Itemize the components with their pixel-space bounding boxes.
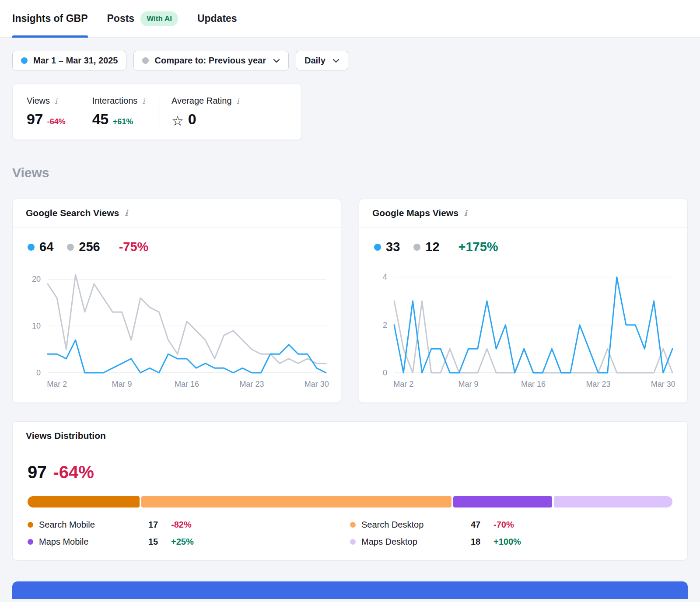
interactions-metric-label: Interactions — [92, 96, 137, 106]
previous-total: 256 — [79, 240, 100, 254]
chart-svg — [48, 270, 326, 373]
x-axis-label: Mar 16 — [521, 380, 546, 389]
legend-change: +100% — [494, 537, 521, 547]
chart-legend: 33 12 +175% — [374, 240, 672, 254]
y-axis-label: 0 — [383, 368, 387, 378]
chart-change: -75% — [119, 240, 149, 254]
google-maps-views-card: Google Maps Views 33 12 +175% 024 Mar 2M… — [359, 199, 688, 403]
distribution-legend-item: Search Desktop47-70% — [350, 520, 672, 530]
line-chart: 024 Mar 2Mar 9Mar 16Mar 23Mar 30 — [374, 270, 672, 389]
views-metric: Views 97 -64% — [13, 96, 79, 128]
bar-segment-maps-desktop — [554, 496, 672, 508]
tab-posts-label: Posts — [107, 13, 135, 24]
x-axis-label: Mar 9 — [458, 380, 479, 389]
previous-total: 12 — [425, 240, 439, 254]
legend-label: Maps Desktop — [361, 537, 471, 547]
date-range-label: Mar 1 – Mar 31, 2025 — [33, 56, 118, 66]
tab-updates[interactable]: Updates — [197, 0, 237, 37]
legend-dot-icon — [28, 539, 33, 545]
average-rating-value: 0 — [188, 111, 196, 128]
views-distribution-title: Views Distribution — [26, 430, 106, 441]
views-metric-label: Views — [27, 96, 50, 106]
distribution-legend-item: Maps Desktop18+100% — [350, 537, 672, 547]
y-axis-label: 2 — [383, 320, 387, 329]
x-axis-label: Mar 30 — [651, 380, 676, 389]
top-tab-bar: Insights of GBP Posts With AI Updates — [0, 0, 700, 38]
legend-value: 18 — [471, 537, 494, 547]
tab-insights-label: Insights of GBP — [12, 13, 88, 24]
distribution-total: 97 — [28, 462, 47, 482]
legend-change: -70% — [494, 520, 514, 530]
legend-change: -82% — [171, 520, 192, 530]
with-ai-badge: With AI — [140, 11, 178, 26]
distribution-legend-item: Search Mobile17-82% — [28, 520, 350, 530]
tab-posts[interactable]: Posts With AI — [107, 0, 178, 37]
info-icon[interactable] — [125, 209, 128, 217]
legend-change: +25% — [171, 537, 194, 547]
average-rating-label: Average Rating — [172, 96, 232, 106]
views-distribution-card: Views Distribution 97 -64% Search Mobile… — [12, 421, 688, 560]
line-chart: 01020 Mar 2Mar 9Mar 16Mar 23Mar 30 — [28, 270, 326, 389]
interactions-metric-value: 45 — [92, 111, 108, 128]
chart-svg — [394, 270, 672, 373]
legend-dot-icon — [350, 539, 356, 545]
star-icon — [172, 114, 184, 128]
x-axis-label: Mar 2 — [393, 380, 413, 389]
legend-dot-icon — [350, 522, 356, 528]
average-rating-metric: Average Rating 0 — [158, 96, 252, 128]
info-icon[interactable] — [237, 97, 239, 105]
views-metric-value: 97 — [27, 111, 43, 128]
info-icon[interactable] — [464, 209, 467, 217]
plot-area — [48, 270, 326, 373]
chart-legend: 64 256 -75% — [28, 240, 326, 254]
info-icon[interactable] — [55, 97, 57, 105]
legend-value: 47 — [471, 520, 494, 530]
legend-label: Search Mobile — [39, 520, 148, 530]
distribution-bar — [28, 496, 672, 508]
date-range-picker[interactable]: Mar 1 – Mar 31, 2025 — [12, 51, 126, 70]
tab-insights-of-gbp[interactable]: Insights of GBP — [12, 0, 88, 37]
y-axis-label: 10 — [32, 322, 41, 331]
bar-segment-search-mobile — [28, 496, 140, 508]
x-axis-label: Mar 16 — [175, 380, 199, 389]
google-search-views-card: Google Search Views 64 256 -75% 01020 Ma… — [12, 199, 341, 403]
distribution-legend: Search Mobile17-82%Search Desktop47-70%M… — [28, 520, 672, 547]
google-maps-views-title: Google Maps Views — [372, 208, 458, 218]
plot-area — [394, 270, 672, 373]
y-axis: 024 — [374, 270, 394, 373]
tab-updates-label: Updates — [197, 13, 237, 24]
previous-period-dot-icon — [142, 57, 149, 64]
x-axis: Mar 2Mar 9Mar 16Mar 23Mar 30 — [394, 373, 672, 389]
legend-value: 15 — [148, 537, 171, 547]
current-total: 64 — [39, 240, 53, 254]
legend-dot-icon — [28, 522, 33, 528]
x-axis-label: Mar 23 — [239, 380, 264, 389]
info-icon[interactable] — [142, 97, 145, 105]
x-axis-label: Mar 23 — [586, 380, 610, 389]
y-axis: 01020 — [28, 270, 48, 373]
compare-to-dropdown[interactable]: Compare to: Previous year — [133, 51, 289, 70]
current-series-dot-icon — [374, 244, 381, 251]
x-axis-label: Mar 30 — [304, 380, 329, 389]
granularity-dropdown[interactable]: Daily — [296, 51, 348, 70]
bar-segment-maps-mobile — [453, 496, 552, 508]
charts-row: Google Search Views 64 256 -75% 01020 Ma… — [12, 199, 688, 403]
legend-label: Search Desktop — [361, 520, 471, 530]
chart-change: +175% — [458, 240, 498, 254]
y-axis-label: 20 — [32, 275, 41, 284]
views-metric-change: -64% — [47, 117, 66, 126]
y-axis-label: 0 — [36, 368, 41, 378]
bottom-banner — [12, 581, 688, 599]
filter-bar: Mar 1 – Mar 31, 2025 Compare to: Previou… — [12, 51, 688, 70]
chevron-down-icon — [332, 59, 340, 63]
previous-series-dot-icon — [67, 244, 74, 251]
google-search-views-title: Google Search Views — [26, 208, 119, 218]
x-axis-label: Mar 2 — [47, 380, 67, 389]
legend-value: 17 — [148, 520, 171, 530]
legend-label: Maps Mobile — [39, 537, 148, 547]
x-axis-label: Mar 9 — [112, 380, 132, 389]
previous-series-dot-icon — [413, 244, 420, 251]
interactions-metric-change: +61% — [113, 117, 133, 126]
distribution-change: -64% — [53, 462, 94, 482]
page-content: Mar 1 – Mar 31, 2025 Compare to: Previou… — [0, 51, 700, 599]
